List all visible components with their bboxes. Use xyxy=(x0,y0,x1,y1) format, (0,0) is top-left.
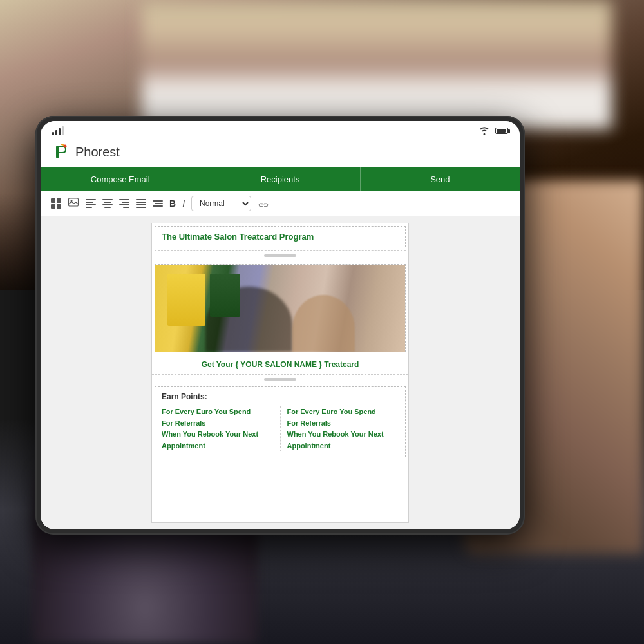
phorest-logo-icon xyxy=(52,143,70,161)
email-divider-2 xyxy=(152,375,408,384)
earn-col1-line1: For Every Euro You Spend xyxy=(162,406,274,418)
signal-bar-4 xyxy=(62,126,64,135)
tab-recipients[interactable]: Recipients xyxy=(200,167,360,191)
align-left-icon[interactable] xyxy=(86,199,96,208)
battery-icon xyxy=(495,128,508,134)
earn-col-1: For Every Euro You Spend For Referrals W… xyxy=(162,406,281,451)
face-top-blur xyxy=(142,0,612,129)
earn-col-2: For Every Euro You Spend For Referrals W… xyxy=(281,406,399,451)
svg-rect-1 xyxy=(69,198,79,206)
phorest-logo: Phorest xyxy=(52,143,120,161)
grid-cell xyxy=(51,204,55,209)
italic-button[interactable]: I xyxy=(182,198,185,209)
salon-image-section xyxy=(155,264,406,352)
earn-col2-line2: For Referrals xyxy=(287,418,399,430)
signal-bar-2 xyxy=(55,130,57,135)
tablet-screen: Phorest Compose Email Recipients Send xyxy=(41,121,520,529)
email-subtitle-section: Get Your { YOUR SALON NAME } Treatcard xyxy=(152,355,408,375)
status-bar xyxy=(41,121,520,138)
image-icon[interactable] xyxy=(68,197,79,210)
grid-icon[interactable] xyxy=(51,198,61,209)
bold-button[interactable]: B xyxy=(169,198,176,209)
earn-col2-line4: Appointment xyxy=(287,440,399,452)
earn-col1-line2: For Referrals xyxy=(162,418,274,430)
email-subtitle: Get Your { YOUR SALON NAME } Treatcard xyxy=(157,360,403,369)
email-title: The Ultimate Salon Treatcard Program xyxy=(155,227,405,247)
email-body: The Ultimate Salon Treatcard Program xyxy=(151,223,409,523)
earn-title: Earn Points: xyxy=(162,392,399,401)
earn-col1-line3: When You Rebook Your Next xyxy=(162,429,274,440)
salon-image xyxy=(155,265,405,352)
link-icon[interactable] xyxy=(258,198,269,209)
email-divider-1 xyxy=(155,250,406,261)
align-center-icon[interactable] xyxy=(102,199,113,208)
earn-points-grid: For Every Euro You Spend For Referrals W… xyxy=(162,406,399,451)
nav-tabs: Compose Email Recipients Send xyxy=(41,167,520,191)
logo-area: Phorest xyxy=(41,138,520,167)
divider-bar-2 xyxy=(264,378,296,381)
signal-bar-1 xyxy=(52,132,54,135)
indent-icon[interactable] xyxy=(153,200,163,207)
tab-send[interactable]: Send xyxy=(361,167,520,191)
grid-cell xyxy=(57,204,61,209)
format-select[interactable]: Normal Heading 1 Heading 2 xyxy=(191,196,251,211)
tab-compose[interactable]: Compose Email xyxy=(41,167,200,191)
logo-text: Phorest xyxy=(75,145,120,160)
signal-bars xyxy=(52,126,64,135)
email-title-section: The Ultimate Salon Treatcard Program xyxy=(155,226,406,247)
earn-col1-line4: Appointment xyxy=(162,440,274,452)
align-right-icon[interactable] xyxy=(119,199,129,208)
grid-cell xyxy=(51,198,55,203)
signal-bar-3 xyxy=(59,128,61,135)
earn-col2-line1: For Every Euro You Spend xyxy=(287,406,399,418)
toolbar: B I Normal Heading 1 Heading 2 xyxy=(41,191,520,216)
status-icons xyxy=(478,126,508,135)
divider-bar xyxy=(264,254,296,257)
earn-col2-line3: When You Rebook Your Next xyxy=(287,429,399,440)
grid-cell xyxy=(57,198,61,203)
tablet-device: Phorest Compose Email Recipients Send xyxy=(35,116,525,535)
earn-points-section: Earn Points: For Every Euro You Spend Fo… xyxy=(155,386,406,457)
svg-point-0 xyxy=(64,145,67,148)
email-content-area: The Ultimate Salon Treatcard Program xyxy=(41,216,520,529)
wifi-icon xyxy=(478,126,490,135)
align-justify-icon[interactable] xyxy=(136,199,146,208)
